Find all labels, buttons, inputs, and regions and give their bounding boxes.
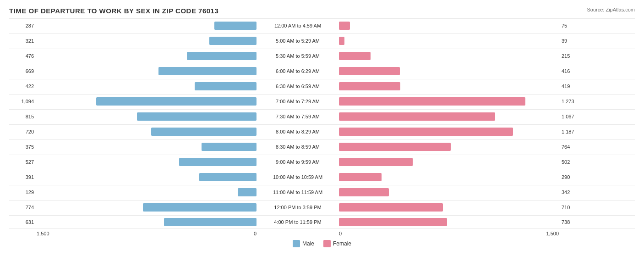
chart-row: 287 12:00 AM to 4:59 AM 75 [9,18,635,32]
legend-female-box [323,240,331,247]
time-label: 9:00 AM to 9:59 AM [257,159,339,165]
female-bar [339,128,513,136]
left-bar-container [37,173,257,181]
title-row: TIME OF DEPARTURE TO WORK BY SEX IN ZIP … [9,7,635,15]
right-value: 1,187 [559,129,586,134]
left-value: 287 [9,23,37,28]
male-bar [195,82,257,90]
time-label: 10:00 AM to 10:59 AM [257,174,339,180]
chart-title: TIME OF DEPARTURE TO WORK BY SEX IN ZIP … [9,7,218,15]
time-label: 4:00 PM to 11:59 PM [257,219,339,225]
chart-row: 129 11:00 AM to 11:59 AM 342 [9,185,635,199]
right-bar-container [339,203,559,212]
time-label: 8:00 AM to 8:29 AM [257,129,339,134]
right-value: 764 [559,144,586,150]
right-value: 710 [559,205,586,210]
time-label: 11:00 AM to 11:59 AM [257,189,339,195]
left-bar-container [37,143,257,151]
right-value: 1,273 [559,99,586,104]
left-bar-container [37,158,257,166]
left-bar-container [37,128,257,136]
female-bar [339,67,400,75]
chart-row: 774 12:00 PM to 3:59 PM 710 [9,200,635,214]
female-bar [339,218,447,226]
left-value: 375 [9,144,37,150]
right-bar-container [339,37,559,45]
left-value: 476 [9,53,37,59]
female-bar [339,158,413,166]
male-bar [214,22,257,30]
axis-labels-left: 1,500 0 [37,231,257,236]
chart-row: 631 4:00 PM to 11:59 PM 738 [9,215,635,229]
left-value: 527 [9,159,37,165]
female-bar [339,82,400,90]
male-bar [199,173,257,181]
right-bar-container [339,67,559,75]
chart-row: 669 6:00 AM to 6:29 AM 416 [9,64,635,78]
male-bar [209,37,257,45]
axis-left-max: 1,500 [37,231,49,236]
left-value: 815 [9,114,37,119]
axis-labels-right: 0 1,500 [339,231,559,236]
left-value: 774 [9,205,37,210]
right-value: 416 [559,68,586,74]
chart-row: 375 8:30 AM to 8:59 AM 764 [9,139,635,153]
male-bar [151,128,257,136]
time-label: 6:00 AM to 6:29 AM [257,68,339,74]
left-bar-container [37,52,257,60]
chart-row: 720 8:00 AM to 8:29 AM 1,187 [9,124,635,138]
axis-right-zero: 0 [339,231,342,236]
right-bar-container [339,143,559,151]
right-value: 419 [559,84,586,89]
female-bar [339,143,451,151]
chart-row: 476 5:30 AM to 5:59 AM 215 [9,49,635,62]
legend-female-label: Female [333,240,351,247]
legend-male-box [293,240,300,247]
chart-area: 287 12:00 AM to 4:59 AM 75 321 5:00 AM t… [9,18,635,229]
left-value: 422 [9,84,37,89]
left-bar-container [37,188,257,196]
right-bar-container [339,173,559,181]
female-bar [339,112,495,121]
right-bar-container [339,128,559,136]
axis-right-max: 1,500 [546,231,559,236]
male-bar [158,67,257,75]
female-bar [339,37,344,45]
right-value: 39 [559,38,586,44]
right-bar-container [339,158,559,166]
time-label: 12:00 PM to 3:59 PM [257,205,339,210]
male-bar [164,218,257,226]
right-value: 342 [559,189,586,195]
time-label: 7:30 AM to 7:59 AM [257,114,339,119]
female-bar [339,188,389,196]
right-value: 215 [559,53,586,59]
left-bar-container [37,112,257,121]
chart-container: TIME OF DEPARTURE TO WORK BY SEX IN ZIP … [0,0,644,273]
male-bar [187,52,257,60]
chart-row: 815 7:30 AM to 7:59 AM 1,067 [9,109,635,123]
time-label: 12:00 AM to 4:59 AM [257,23,339,28]
left-value: 321 [9,38,37,44]
legend: Male Female [9,240,635,247]
left-value: 631 [9,219,37,225]
female-bar [339,173,382,181]
chart-row: 527 9:00 AM to 9:59 AM 502 [9,155,635,168]
right-bar-container [339,22,559,30]
time-label: 8:30 AM to 8:59 AM [257,144,339,150]
right-value: 502 [559,159,586,165]
legend-male: Male [293,240,314,247]
right-bar-container [339,188,559,196]
female-bar [339,52,371,60]
left-value: 129 [9,189,37,195]
right-bar-container [339,218,559,226]
left-value: 391 [9,174,37,180]
male-bar [202,143,257,151]
source-text: Source: ZipAtlas.com [587,7,635,12]
female-bar [339,22,350,30]
female-bar [339,97,525,106]
male-bar [179,158,257,166]
axis-left-zero: 0 [254,231,257,236]
right-bar-container [339,52,559,60]
legend-male-label: Male [302,240,314,247]
right-bar-container [339,97,559,106]
